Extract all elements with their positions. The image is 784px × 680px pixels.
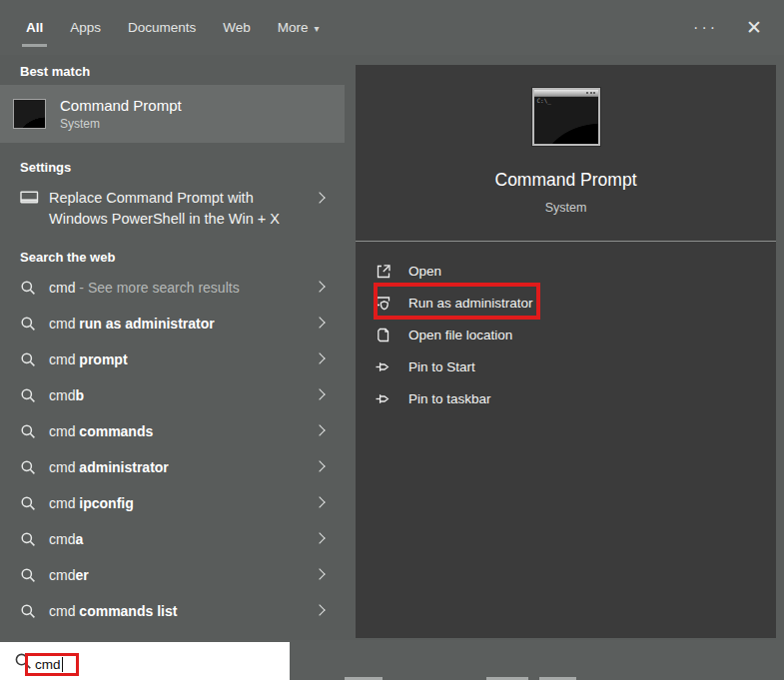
open-icon xyxy=(375,263,392,280)
best-match-result[interactable]: Command Prompt System xyxy=(0,85,345,143)
window-settings-icon xyxy=(20,191,39,205)
search-icon xyxy=(20,603,36,619)
preview-panel-frame: C:\_ Command Prompt System Open xyxy=(345,55,784,640)
search-icon xyxy=(20,459,36,475)
close-icon[interactable]: ✕ xyxy=(746,16,762,39)
web-suggestion[interactable]: cmd administrator xyxy=(0,449,345,485)
search-icon xyxy=(20,316,36,332)
tab-more[interactable]: More▾ xyxy=(278,20,320,35)
divider xyxy=(356,241,776,242)
filter-tabs: All Apps Documents Web More▾ xyxy=(26,20,320,35)
tab-apps[interactable]: Apps xyxy=(70,20,101,35)
web-suggestion[interactable]: cmd run as administrator xyxy=(0,306,345,341)
search-icon xyxy=(20,567,36,583)
context-actions: Open Run as administrator Open file loca… xyxy=(356,255,776,414)
web-suggestion-see-more[interactable]: cmd - See more search results xyxy=(0,270,345,306)
terminal-prompt-text: C:\_ xyxy=(537,98,551,104)
search-icon xyxy=(20,387,36,403)
open-file-location-label: Open file location xyxy=(408,328,512,342)
tab-all[interactable]: All xyxy=(26,20,43,35)
web-suggestion[interactable]: cmd prompt xyxy=(0,341,345,377)
search-icon xyxy=(20,351,36,367)
chevron-right-icon xyxy=(314,568,325,579)
best-match-subtitle: System xyxy=(60,117,182,131)
settings-result-label: Replace Command Prompt withWindows Power… xyxy=(49,188,280,230)
command-prompt-icon xyxy=(13,99,46,129)
chevron-right-icon xyxy=(314,424,325,435)
search-icon xyxy=(20,423,36,439)
window-buttons-icon xyxy=(586,92,596,94)
web-suggestion[interactable]: cmda xyxy=(0,521,345,557)
more-options-icon[interactable]: ··· xyxy=(693,19,718,37)
pin-to-start-label: Pin to Start xyxy=(408,359,475,374)
preview-subtitle: System xyxy=(356,201,776,215)
chevron-right-icon xyxy=(314,388,325,399)
tab-web[interactable]: Web xyxy=(223,20,251,35)
chevron-down-icon: ▾ xyxy=(315,23,320,34)
search-icon xyxy=(20,280,36,296)
chevron-right-icon xyxy=(314,460,325,471)
pin-icon xyxy=(375,390,392,407)
chevron-right-icon xyxy=(314,352,325,363)
web-suggestion[interactable]: cmder xyxy=(0,557,345,593)
chevron-right-icon xyxy=(314,317,325,328)
text-cursor xyxy=(62,657,64,672)
preview-title: Command Prompt xyxy=(356,170,776,191)
web-suggestions-list: cmd - See more search results cmd run as… xyxy=(0,270,345,629)
open-file-location-action[interactable]: Open file location xyxy=(356,319,776,350)
taskbar: cmd S xyxy=(0,640,784,680)
web-suggestion[interactable]: cmd commands xyxy=(0,413,345,449)
web-suggestion[interactable]: cmd commands list xyxy=(0,593,345,629)
search-icon xyxy=(20,531,36,547)
best-match-heading: Best match xyxy=(0,55,345,79)
pin-icon xyxy=(375,358,392,375)
chevron-right-icon xyxy=(314,532,325,543)
command-prompt-icon-large: C:\_ xyxy=(532,88,600,146)
annotation-search-query: cmd xyxy=(25,653,79,676)
open-action-label: Open xyxy=(408,264,441,279)
chevron-right-icon xyxy=(314,496,325,507)
search-input[interactable]: cmd xyxy=(0,642,290,680)
search-the-web-heading: Search the web xyxy=(0,236,345,265)
search-query-text: cmd xyxy=(35,657,61,672)
chevron-right-icon xyxy=(314,192,325,203)
annotation-run-as-administrator xyxy=(374,283,540,320)
settings-heading: Settings xyxy=(0,143,345,175)
search-icon xyxy=(20,495,36,511)
tab-documents[interactable]: Documents xyxy=(128,20,196,35)
file-location-icon xyxy=(375,327,392,343)
settings-result[interactable]: Replace Command Prompt withWindows Power… xyxy=(0,175,345,236)
chevron-right-icon xyxy=(314,281,325,292)
best-match-title: Command Prompt xyxy=(60,97,182,114)
pin-to-taskbar-action[interactable]: Pin to taskbar xyxy=(356,382,776,414)
preview-panel: C:\_ Command Prompt System Open xyxy=(356,65,776,638)
web-suggestion[interactable]: cmdb xyxy=(0,377,345,413)
chevron-right-icon xyxy=(314,604,325,615)
pin-to-start-action[interactable]: Pin to Start xyxy=(356,350,776,382)
web-suggestion[interactable]: cmd ipconfig xyxy=(0,485,345,521)
windows-search-flyout: All Apps Documents Web More▾ ··· ✕ Best … xyxy=(0,0,784,680)
search-results-panel: Best match Command Prompt System Setting… xyxy=(0,55,345,640)
tab-more-label: More xyxy=(278,20,309,35)
search-filter-bar: All Apps Documents Web More▾ ··· ✕ xyxy=(0,0,784,55)
pin-to-taskbar-label: Pin to taskbar xyxy=(408,391,491,406)
